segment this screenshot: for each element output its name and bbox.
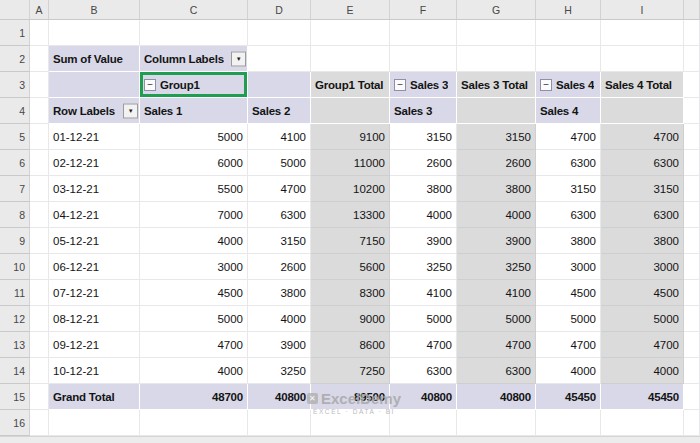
cell-A1[interactable] bbox=[30, 20, 49, 46]
cell-C12[interactable]: 5000 bbox=[140, 306, 248, 332]
cell-B9[interactable]: 05-12-21 bbox=[49, 228, 140, 254]
cell-D2[interactable] bbox=[248, 46, 311, 72]
cell-A10[interactable] bbox=[30, 254, 49, 280]
cell-F8[interactable]: 4000 bbox=[390, 202, 457, 228]
cell-H7[interactable]: 3150 bbox=[536, 176, 601, 202]
cell-H5[interactable]: 4700 bbox=[536, 124, 601, 150]
cell-D14[interactable]: 3250 bbox=[248, 358, 311, 384]
cell-B7[interactable]: 03-12-21 bbox=[49, 176, 140, 202]
cell-B6[interactable]: 02-12-21 bbox=[49, 150, 140, 176]
collapse-button[interactable]: − bbox=[540, 79, 552, 91]
row-header-12[interactable]: 12 bbox=[0, 306, 30, 332]
cell-C9[interactable]: 4000 bbox=[140, 228, 248, 254]
cell-G1[interactable] bbox=[457, 20, 536, 46]
cell-A3[interactable] bbox=[30, 72, 49, 98]
cell-D4[interactable]: Sales 2 bbox=[248, 98, 311, 124]
row-header-15[interactable]: 15 bbox=[0, 384, 30, 410]
cell-G10[interactable]: 3250 bbox=[457, 254, 536, 280]
cell-A9[interactable] bbox=[30, 228, 49, 254]
collapse-button[interactable]: − bbox=[144, 79, 156, 91]
cell-D3[interactable] bbox=[248, 72, 311, 98]
cell-A12[interactable] bbox=[30, 306, 49, 332]
cell-I1[interactable] bbox=[601, 20, 684, 46]
column-labels-filter-dropdown-button[interactable]: ▼ bbox=[231, 51, 246, 66]
cell-I12[interactable]: 5000 bbox=[601, 306, 684, 332]
row-header-7[interactable]: 7 bbox=[0, 176, 30, 202]
cell-B8[interactable]: 04-12-21 bbox=[49, 202, 140, 228]
row-header-14[interactable]: 14 bbox=[0, 358, 30, 384]
cell-H13[interactable]: 4700 bbox=[536, 332, 601, 358]
column-header-G[interactable]: G bbox=[457, 0, 536, 20]
cell-E6[interactable]: 11000 bbox=[311, 150, 390, 176]
cell-H1[interactable] bbox=[536, 20, 601, 46]
cell-I11[interactable]: 4500 bbox=[601, 280, 684, 306]
column-header-A[interactable]: A bbox=[30, 0, 49, 20]
column-header-E[interactable]: E bbox=[311, 0, 390, 20]
cell-B5[interactable]: 01-12-21 bbox=[49, 124, 140, 150]
cell-A14[interactable] bbox=[30, 358, 49, 384]
cell-B4[interactable]: Row Labels▼ bbox=[49, 98, 140, 124]
cell-D13[interactable]: 3900 bbox=[248, 332, 311, 358]
cell-D6[interactable]: 5000 bbox=[248, 150, 311, 176]
cell-I10[interactable]: 3000 bbox=[601, 254, 684, 280]
row-labels-filter-dropdown-button[interactable]: ▼ bbox=[123, 103, 138, 118]
cell-E7[interactable]: 10200 bbox=[311, 176, 390, 202]
cell-F13[interactable]: 4700 bbox=[390, 332, 457, 358]
cell-E2[interactable] bbox=[311, 46, 390, 72]
column-header-D[interactable]: D bbox=[248, 0, 311, 20]
cell-C4[interactable]: Sales 1 bbox=[140, 98, 248, 124]
row-header-11[interactable]: 11 bbox=[0, 280, 30, 306]
cell-G3[interactable]: Sales 3 Total bbox=[457, 72, 536, 98]
select-all-corner[interactable] bbox=[0, 0, 30, 20]
cell-D16[interactable] bbox=[248, 410, 311, 436]
cell-D10[interactable]: 2600 bbox=[248, 254, 311, 280]
cell-D1[interactable] bbox=[248, 20, 311, 46]
cell-B11[interactable]: 07-12-21 bbox=[49, 280, 140, 306]
cell-I16[interactable] bbox=[601, 410, 684, 436]
cell-I14[interactable]: 4000 bbox=[601, 358, 684, 384]
cell-I8[interactable]: 6300 bbox=[601, 202, 684, 228]
cell-G2[interactable] bbox=[457, 46, 536, 72]
cell-A16[interactable] bbox=[30, 410, 49, 436]
cell-G4[interactable] bbox=[457, 98, 536, 124]
collapse-button[interactable]: − bbox=[394, 79, 406, 91]
cell-I3[interactable]: Sales 4 Total bbox=[601, 72, 684, 98]
cell-A8[interactable] bbox=[30, 202, 49, 228]
cell-H16[interactable] bbox=[536, 410, 601, 436]
cell-D15[interactable]: 40800 bbox=[248, 384, 311, 410]
cell-E8[interactable]: 13300 bbox=[311, 202, 390, 228]
cell-F4[interactable]: Sales 3 bbox=[390, 98, 457, 124]
cell-H11[interactable]: 4500 bbox=[536, 280, 601, 306]
cell-E16[interactable] bbox=[311, 410, 390, 436]
cell-G13[interactable]: 4700 bbox=[457, 332, 536, 358]
cell-E3[interactable]: Group1 Total bbox=[311, 72, 390, 98]
cell-E4[interactable] bbox=[311, 98, 390, 124]
cell-H9[interactable]: 3800 bbox=[536, 228, 601, 254]
cell-D11[interactable]: 3800 bbox=[248, 280, 311, 306]
cell-C14[interactable]: 4000 bbox=[140, 358, 248, 384]
cell-F10[interactable]: 3250 bbox=[390, 254, 457, 280]
row-header-13[interactable]: 13 bbox=[0, 332, 30, 358]
cell-G12[interactable]: 5000 bbox=[457, 306, 536, 332]
cell-E14[interactable]: 7250 bbox=[311, 358, 390, 384]
cell-B10[interactable]: 06-12-21 bbox=[49, 254, 140, 280]
cell-B12[interactable]: 08-12-21 bbox=[49, 306, 140, 332]
cell-I13[interactable]: 4700 bbox=[601, 332, 684, 358]
column-header-B[interactable]: B bbox=[49, 0, 140, 20]
cell-H15[interactable]: 45450 bbox=[536, 384, 601, 410]
row-header-9[interactable]: 9 bbox=[0, 228, 30, 254]
cell-B15[interactable]: Grand Total bbox=[49, 384, 140, 410]
cell-C8[interactable]: 7000 bbox=[140, 202, 248, 228]
row-header-1[interactable]: 1 bbox=[0, 20, 30, 46]
cell-I2[interactable] bbox=[601, 46, 684, 72]
cell-F3[interactable]: −Sales 3 bbox=[390, 72, 457, 98]
cell-H4[interactable]: Sales 4 bbox=[536, 98, 601, 124]
cell-C1[interactable] bbox=[140, 20, 248, 46]
cell-H10[interactable]: 3000 bbox=[536, 254, 601, 280]
cell-H12[interactable]: 5000 bbox=[536, 306, 601, 332]
cell-A4[interactable] bbox=[30, 98, 49, 124]
cell-F15[interactable]: 40800 bbox=[390, 384, 457, 410]
cell-G8[interactable]: 4000 bbox=[457, 202, 536, 228]
cell-A7[interactable] bbox=[30, 176, 49, 202]
cell-C3[interactable]: −Group1 bbox=[140, 72, 248, 98]
